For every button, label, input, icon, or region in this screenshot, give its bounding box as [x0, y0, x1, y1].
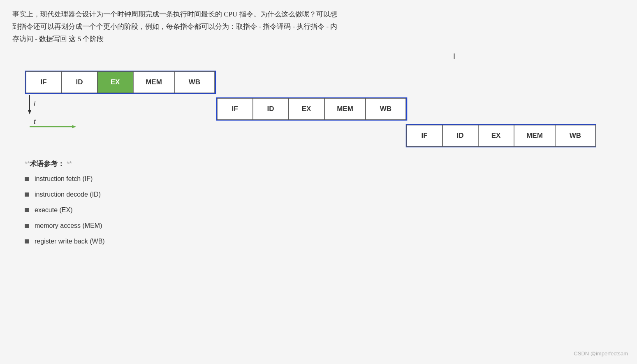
- term-text-1: instruction decode (ID): [35, 191, 101, 198]
- term-bullet-4: [25, 239, 29, 243]
- svg-text:IF: IF: [40, 78, 46, 86]
- term-item-4: register write back (WB): [25, 238, 625, 245]
- term-text-3: memory access (MEM): [35, 222, 102, 230]
- svg-text:ID: ID: [457, 132, 464, 139]
- svg-text:WB: WB: [189, 78, 200, 86]
- term-bullet-0: [25, 177, 29, 181]
- svg-text:EX: EX: [302, 105, 311, 113]
- term-item-2: execute (EX): [25, 206, 625, 214]
- pipeline-diagram: I IF ID EX MEM WB i t IF ID EX: [12, 52, 625, 155]
- svg-text:i: i: [34, 100, 36, 108]
- terminology-section: **术语参考： ** instruction fetch (IF)instruc…: [25, 159, 625, 245]
- svg-text:ID: ID: [267, 105, 274, 113]
- svg-text:WB: WB: [570, 132, 581, 139]
- term-text-0: instruction fetch (IF): [35, 175, 93, 183]
- svg-marker-12: [28, 110, 31, 114]
- term-item-3: memory access (MEM): [25, 222, 625, 230]
- term-list: instruction fetch (IF)instruction decode…: [25, 175, 625, 245]
- terminology-title: **术语参考： **: [25, 159, 625, 169]
- svg-text:MEM: MEM: [526, 132, 543, 139]
- svg-text:MEM: MEM: [146, 78, 162, 86]
- term-bullet-1: [25, 192, 29, 197]
- pipeline-svg: IF ID EX MEM WB i t IF ID EX MEM WB: [12, 63, 596, 153]
- term-item-1: instruction decode (ID): [25, 191, 625, 198]
- cursor: I: [284, 52, 625, 61]
- svg-text:EX: EX: [111, 78, 120, 86]
- svg-text:IF: IF: [421, 132, 427, 139]
- term-text-2: execute (EX): [35, 206, 72, 214]
- term-text-4: register write back (WB): [35, 238, 105, 245]
- term-item-0: instruction fetch (IF): [25, 175, 625, 183]
- svg-text:t: t: [34, 118, 36, 125]
- watermark: CSDN @imperfectsam: [574, 350, 628, 357]
- svg-text:WB: WB: [380, 105, 391, 113]
- svg-text:ID: ID: [76, 78, 83, 86]
- svg-text:IF: IF: [232, 105, 238, 113]
- svg-text:MEM: MEM: [337, 105, 353, 113]
- svg-marker-15: [72, 125, 76, 128]
- intro-paragraph: 事实上，现代处理器会设计为一个时钟周期完成一条执行时间最长的 CPU 指令。为什…: [12, 8, 625, 45]
- term-bullet-2: [25, 208, 29, 212]
- intro-text: 事实上，现代处理器会设计为一个时钟周期完成一条执行时间最长的 CPU 指令。为什…: [12, 8, 625, 45]
- svg-text:EX: EX: [491, 132, 501, 139]
- term-bullet-3: [25, 224, 29, 228]
